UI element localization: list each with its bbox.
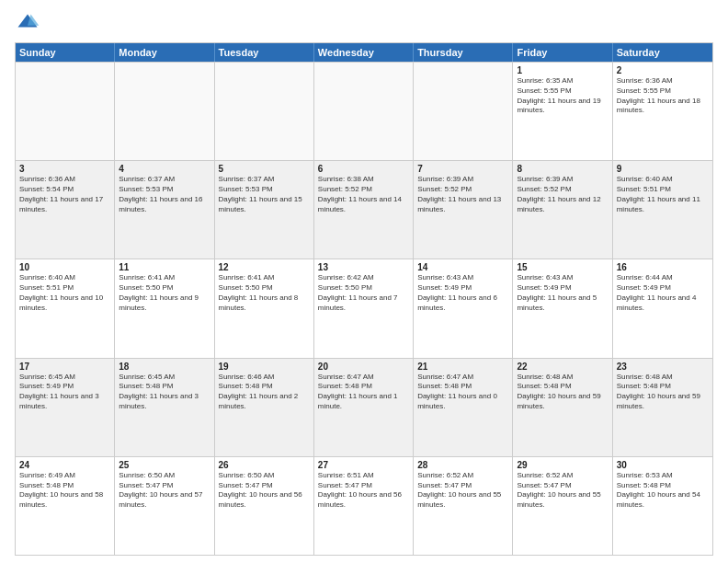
day-info: Sunrise: 6:45 AM Sunset: 5:49 PM Dayligh… [19,373,110,412]
cal-cell: 27Sunrise: 6:51 AM Sunset: 5:47 PM Dayli… [314,457,414,555]
day-number: 20 [318,362,409,372]
cal-cell: 1Sunrise: 6:35 AM Sunset: 5:55 PM Daylig… [513,63,612,160]
day-info: Sunrise: 6:38 AM Sunset: 5:52 PM Dayligh… [318,175,409,214]
day-number: 10 [19,262,110,272]
cal-cell: 7Sunrise: 6:39 AM Sunset: 5:52 PM Daylig… [414,161,513,259]
cal-cell [314,63,414,160]
day-number: 17 [19,362,110,372]
cal-cell: 15Sunrise: 6:43 AM Sunset: 5:49 PM Dayli… [513,259,612,357]
calendar-body: 1Sunrise: 6:35 AM Sunset: 5:55 PM Daylig… [16,62,712,555]
cal-week-4: 17Sunrise: 6:45 AM Sunset: 5:49 PM Dayli… [16,358,712,456]
day-info: Sunrise: 6:51 AM Sunset: 5:47 PM Dayligh… [318,471,409,511]
cal-cell: 10Sunrise: 6:40 AM Sunset: 5:51 PM Dayli… [16,259,115,357]
day-info: Sunrise: 6:40 AM Sunset: 5:51 PM Dayligh… [19,273,110,313]
cal-week-3: 10Sunrise: 6:40 AM Sunset: 5:51 PM Dayli… [16,259,712,357]
day-info: Sunrise: 6:43 AM Sunset: 5:49 PM Dayligh… [517,273,608,313]
cal-cell: 26Sunrise: 6:50 AM Sunset: 5:47 PM Dayli… [215,457,314,555]
day-info: Sunrise: 6:49 AM Sunset: 5:48 PM Dayligh… [19,471,110,511]
cal-cell: 13Sunrise: 6:42 AM Sunset: 5:50 PM Dayli… [314,259,414,357]
cal-header-monday: Monday [115,43,214,62]
day-info: Sunrise: 6:37 AM Sunset: 5:53 PM Dayligh… [119,175,210,214]
cal-cell: 21Sunrise: 6:47 AM Sunset: 5:48 PM Dayli… [414,359,513,456]
day-number: 4 [119,164,210,174]
cal-header-saturday: Saturday [613,43,712,62]
cal-cell: 5Sunrise: 6:37 AM Sunset: 5:53 PM Daylig… [215,161,314,259]
header [15,11,713,37]
cal-cell: 23Sunrise: 6:48 AM Sunset: 5:48 PM Dayli… [613,359,712,456]
cal-cell: 18Sunrise: 6:45 AM Sunset: 5:48 PM Dayli… [115,359,214,456]
calendar-header: SundayMondayTuesdayWednesdayThursdayFrid… [16,43,712,62]
day-number: 6 [318,164,409,174]
day-info: Sunrise: 6:52 AM Sunset: 5:47 PM Dayligh… [417,471,508,511]
day-info: Sunrise: 6:44 AM Sunset: 5:49 PM Dayligh… [617,273,709,313]
day-info: Sunrise: 6:41 AM Sunset: 5:50 PM Dayligh… [219,273,310,313]
day-number: 25 [119,460,210,470]
svg-marker-1 [28,15,39,26]
cal-cell: 14Sunrise: 6:43 AM Sunset: 5:49 PM Dayli… [414,259,513,357]
cal-cell: 6Sunrise: 6:38 AM Sunset: 5:52 PM Daylig… [314,161,414,259]
day-number: 13 [318,262,409,272]
cal-cell [414,63,513,160]
logo [15,11,44,37]
day-info: Sunrise: 6:48 AM Sunset: 5:48 PM Dayligh… [617,373,709,412]
day-info: Sunrise: 6:36 AM Sunset: 5:55 PM Dayligh… [617,76,709,116]
cal-cell: 30Sunrise: 6:53 AM Sunset: 5:48 PM Dayli… [613,457,712,555]
day-info: Sunrise: 6:37 AM Sunset: 5:53 PM Dayligh… [219,175,310,214]
day-number: 16 [617,262,709,272]
cal-cell: 17Sunrise: 6:45 AM Sunset: 5:49 PM Dayli… [16,359,115,456]
cal-cell: 12Sunrise: 6:41 AM Sunset: 5:50 PM Dayli… [215,259,314,357]
day-number: 26 [219,460,310,470]
day-info: Sunrise: 6:42 AM Sunset: 5:50 PM Dayligh… [318,273,409,313]
cal-cell: 9Sunrise: 6:40 AM Sunset: 5:51 PM Daylig… [613,161,712,259]
cal-cell: 28Sunrise: 6:52 AM Sunset: 5:47 PM Dayli… [414,457,513,555]
day-number: 28 [417,460,508,470]
day-number: 18 [119,362,210,372]
day-info: Sunrise: 6:50 AM Sunset: 5:47 PM Dayligh… [219,471,310,511]
day-info: Sunrise: 6:39 AM Sunset: 5:52 PM Dayligh… [417,175,508,214]
cal-cell: 4Sunrise: 6:37 AM Sunset: 5:53 PM Daylig… [115,161,214,259]
day-number: 11 [119,262,210,272]
cal-week-2: 3Sunrise: 6:36 AM Sunset: 5:54 PM Daylig… [16,160,712,259]
page: SundayMondayTuesdayWednesdayThursdayFrid… [0,0,728,563]
day-number: 5 [219,164,310,174]
day-info: Sunrise: 6:52 AM Sunset: 5:47 PM Dayligh… [517,471,608,511]
day-number: 12 [219,262,310,272]
cal-cell: 25Sunrise: 6:50 AM Sunset: 5:47 PM Dayli… [115,457,214,555]
day-number: 29 [517,460,608,470]
day-number: 27 [318,460,409,470]
day-number: 30 [617,460,709,470]
cal-cell: 3Sunrise: 6:36 AM Sunset: 5:54 PM Daylig… [16,161,115,259]
day-number: 14 [417,262,508,272]
day-number: 2 [617,65,709,75]
cal-cell: 16Sunrise: 6:44 AM Sunset: 5:49 PM Dayli… [613,259,712,357]
day-info: Sunrise: 6:47 AM Sunset: 5:48 PM Dayligh… [417,373,508,412]
cal-header-thursday: Thursday [414,43,513,62]
day-number: 21 [417,362,508,372]
calendar: SundayMondayTuesdayWednesdayThursdayFrid… [15,42,713,556]
cal-cell [16,63,115,160]
cal-cell [215,63,314,160]
day-info: Sunrise: 6:47 AM Sunset: 5:48 PM Dayligh… [318,373,409,412]
day-number: 9 [617,164,709,174]
day-info: Sunrise: 6:35 AM Sunset: 5:55 PM Dayligh… [517,76,608,116]
cal-week-5: 24Sunrise: 6:49 AM Sunset: 5:48 PM Dayli… [16,456,712,555]
cal-cell: 2Sunrise: 6:36 AM Sunset: 5:55 PM Daylig… [613,63,712,160]
cal-cell: 8Sunrise: 6:39 AM Sunset: 5:52 PM Daylig… [513,161,612,259]
cal-cell: 22Sunrise: 6:48 AM Sunset: 5:48 PM Dayli… [513,359,612,456]
cal-cell [115,63,214,160]
cal-week-1: 1Sunrise: 6:35 AM Sunset: 5:55 PM Daylig… [16,62,712,160]
day-info: Sunrise: 6:43 AM Sunset: 5:49 PM Dayligh… [417,273,508,313]
cal-header-tuesday: Tuesday [215,43,314,62]
day-info: Sunrise: 6:40 AM Sunset: 5:51 PM Dayligh… [617,175,709,214]
day-info: Sunrise: 6:41 AM Sunset: 5:50 PM Dayligh… [119,273,210,313]
day-number: 15 [517,262,608,272]
day-number: 1 [517,65,608,75]
cal-cell: 11Sunrise: 6:41 AM Sunset: 5:50 PM Dayli… [115,259,214,357]
day-info: Sunrise: 6:39 AM Sunset: 5:52 PM Dayligh… [517,175,608,214]
day-number: 7 [417,164,508,174]
cal-header-wednesday: Wednesday [314,43,414,62]
day-number: 3 [19,164,110,174]
day-number: 8 [517,164,608,174]
cal-cell: 20Sunrise: 6:47 AM Sunset: 5:48 PM Dayli… [314,359,414,456]
day-info: Sunrise: 6:53 AM Sunset: 5:48 PM Dayligh… [617,471,709,511]
